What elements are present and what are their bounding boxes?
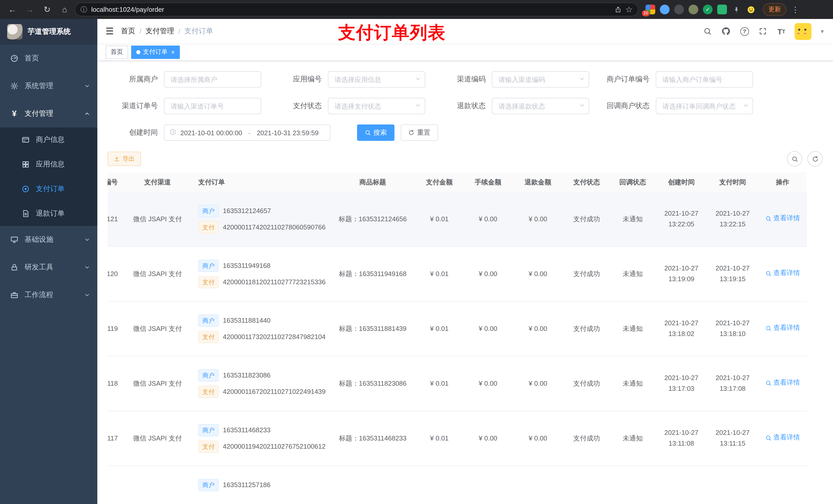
font-size-icon[interactable]: TT [776,26,786,37]
sidebar-item-infra[interactable]: 基础设施 [0,226,97,254]
action-cell: 查看详情 [758,319,807,339]
extension-icon[interactable] [717,5,727,14]
title-cell: 标题：1635312124656 [330,210,415,229]
pay-tag: 支付 [198,331,219,343]
help-icon[interactable]: ? [739,26,749,37]
amount-cell: ¥ 0.01 [415,374,463,393]
sidebar-item-home[interactable]: 首页 [0,45,97,72]
merchant-order-no-input[interactable] [656,71,753,88]
pay-time-cell: 2021-10-27 13:11:15 [707,424,758,453]
refresh-list-button[interactable] [807,151,823,166]
tab-pay-order[interactable]: 支付订单 × [131,45,180,58]
pay-order-cell: 商户 1635311881440 支付 42000011732021102728… [192,310,330,347]
browser-update-button[interactable]: 更新 [763,3,786,16]
date-end: 2021-10-31 23:59:59 [257,129,318,137]
pay-status-cell [564,489,610,497]
pay-time-cell: 2021-10-27 13:22:15 [707,205,758,234]
merchant-card-icon [22,136,30,144]
pin-extension-icon[interactable] [732,5,741,14]
extension-badge: 10 [642,10,649,16]
merchant-order-no: 1635312124657 [223,206,271,216]
channel-order-no: 4200001167202110271022491439 [223,386,326,397]
merchant-tag: 商户 [198,314,219,327]
profile-avatar-icon[interactable] [746,5,756,14]
extension-icon[interactable] [660,5,670,14]
close-tab-icon[interactable]: × [171,48,175,55]
breadcrumb: 首页 / 支付管理 / 支付订单 [121,27,213,36]
export-button[interactable]: 导出 [108,152,141,166]
sidebar-logo[interactable]: 芋道管理系统 [0,19,97,45]
sidebar-item-merchant-info[interactable]: 商户信息 [0,127,97,152]
view-detail-link[interactable]: 查看详情 [765,213,800,224]
refund-cell: ¥ 0.00 [512,210,564,229]
share-icon[interactable] [615,6,621,13]
sidebar: 芋道管理系统 首页 系统管理 ¥ 支付管理 [0,19,97,504]
search-icon [765,270,771,277]
app-select[interactable] [328,71,425,88]
forward-icon[interactable]: → [23,2,37,17]
back-icon[interactable]: ← [5,2,20,17]
sidebar-item-refund-order[interactable]: 退款订单 [0,201,97,226]
breadcrumb-home[interactable]: 首页 [121,27,135,36]
create-time-range-picker[interactable]: 2021-10-01 00:00:00 - 2021-10-31 23:59:5… [164,124,330,141]
refund-cell: ¥ 0.00 [512,429,564,448]
search-icon [765,216,771,222]
sidebar-item-devtools[interactable]: 研发工具 [0,254,97,281]
extension-icon[interactable] [674,5,684,14]
merchant-tag: 商户 [198,369,219,382]
merchant-tag: 商户 [198,479,219,491]
channel-code-select[interactable] [492,71,589,88]
search-icon [765,325,771,331]
yen-icon: ¥ [10,109,19,118]
browser-menu-icon[interactable]: ⋮ [789,5,801,14]
extension-icon[interactable]: 10 [645,5,655,14]
reload-icon[interactable]: ↻ [40,2,54,17]
channel-order-no-input[interactable] [164,98,261,114]
breadcrumb-payment[interactable]: 支付管理 [145,27,174,36]
view-detail-link[interactable]: 查看详情 [765,268,800,279]
extension-icon[interactable]: ✓ [703,5,713,14]
table-row: 117 微信 JSAPI 支付 商户 1635311468233 支付 4200… [108,411,807,466]
sidebar-item-pay-order[interactable]: 支付订单 [0,177,97,201]
tab-home[interactable]: 首页 [105,45,128,58]
fullscreen-icon[interactable] [758,26,768,37]
search-icon[interactable] [703,26,713,37]
view-detail-link[interactable]: 查看详情 [765,433,800,443]
breadcrumb-current: 支付订单 [185,27,213,36]
refund-status-select[interactable] [492,98,589,114]
bookmark-star-icon[interactable]: ☆ [625,5,633,14]
url-text: localhost:1024/pay/order [91,6,611,13]
pay-order-cell: 商户 1635311468233 支付 42000011942021102767… [192,420,330,457]
address-bar[interactable]: ⓘ localhost:1024/pay/order ☆ [75,3,638,16]
avatar-caret-icon[interactable]: ▼ [820,28,825,34]
sidebar-item-workflow[interactable]: 工作流程 [0,281,97,309]
user-avatar[interactable] [794,23,811,40]
merchant-input[interactable] [164,71,261,88]
lock-icon [10,263,19,271]
sidebar-item-system[interactable]: 系统管理 [0,72,97,100]
search-button[interactable]: 搜索 [357,124,395,141]
sidebar-item-app-info[interactable]: 应用信息 [0,152,97,177]
pay-status-select[interactable] [328,98,425,114]
fee-cell: ¥ 0.00 [463,374,512,393]
title-cell: 标题：1635311823086 [330,374,415,393]
view-detail-link[interactable]: 查看详情 [765,378,800,388]
filter-label-pay-status: 支付状态 [271,101,328,111]
view-detail-link[interactable]: 查看详情 [765,323,800,334]
order-id-cell: 121 [108,210,123,229]
chevron-down-icon [84,83,90,89]
refund-doc-icon [22,210,30,218]
merchant-order-no: 1635311949168 [223,261,270,271]
reset-button[interactable]: 重置 [401,124,438,141]
home-icon[interactable]: ⌂ [57,2,72,17]
extension-icon[interactable] [689,5,698,14]
briefcase-icon [10,291,19,299]
toggle-search-button[interactable] [787,151,802,166]
download-icon [114,156,120,162]
hamburger-icon[interactable]: ☰ [105,26,114,37]
sidebar-item-payment[interactable]: ¥ 支付管理 [0,100,97,127]
site-info-icon[interactable]: ⓘ [80,5,87,14]
notify-status-select[interactable] [656,98,753,114]
github-icon[interactable] [721,26,731,37]
orders-table: 编号 支付渠道 支付订单 商品标题 支付金额 手续金额 退款金额 支付状态 回调… [108,173,823,504]
